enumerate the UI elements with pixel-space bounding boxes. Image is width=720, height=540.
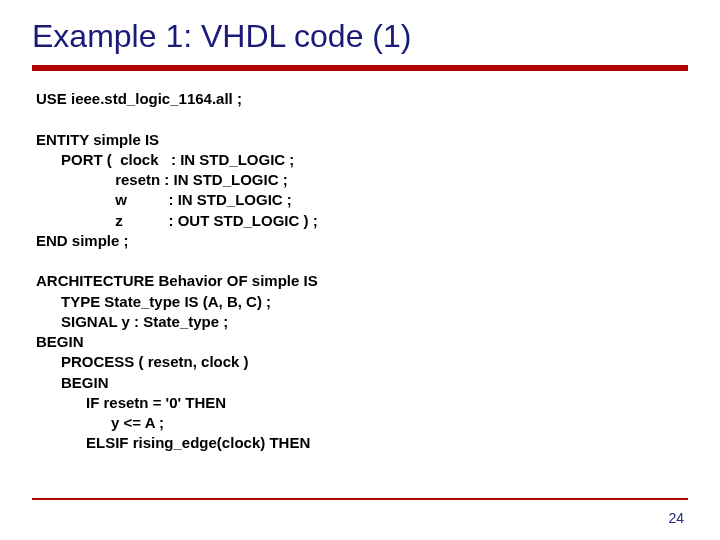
code-line: PORT ( clock : IN STD_LOGIC ; (36, 151, 294, 168)
code-line: ELSIF rising_edge(clock) THEN (36, 434, 310, 451)
code-line: TYPE State_type IS (A, B, C) ; (36, 293, 271, 310)
code-line: ENTITY simple IS (36, 131, 159, 148)
code-line: SIGNAL y : State_type ; (36, 313, 228, 330)
title-rule (32, 65, 688, 71)
slide-title: Example 1: VHDL code (1) (32, 18, 688, 55)
code-line: BEGIN (36, 333, 84, 350)
code-line: BEGIN (36, 374, 109, 391)
code-line: PROCESS ( resetn, clock ) (36, 353, 249, 370)
code-block: USE ieee.std_logic_1164.all ; ENTITY sim… (32, 89, 688, 454)
code-line: resetn : IN STD_LOGIC ; (36, 171, 288, 188)
code-line: z : OUT STD_LOGIC ) ; (36, 212, 318, 229)
slide: Example 1: VHDL code (1) USE ieee.std_lo… (0, 0, 720, 540)
code-line: ARCHITECTURE Behavior OF simple IS (36, 272, 318, 289)
code-line: USE ieee.std_logic_1164.all ; (36, 90, 242, 107)
code-line: END simple ; (36, 232, 129, 249)
code-line: IF resetn = '0' THEN (36, 394, 226, 411)
page-number: 24 (668, 510, 684, 526)
code-line: y <= A ; (36, 414, 164, 431)
code-line: w : IN STD_LOGIC ; (36, 191, 292, 208)
footer-rule (32, 498, 688, 500)
